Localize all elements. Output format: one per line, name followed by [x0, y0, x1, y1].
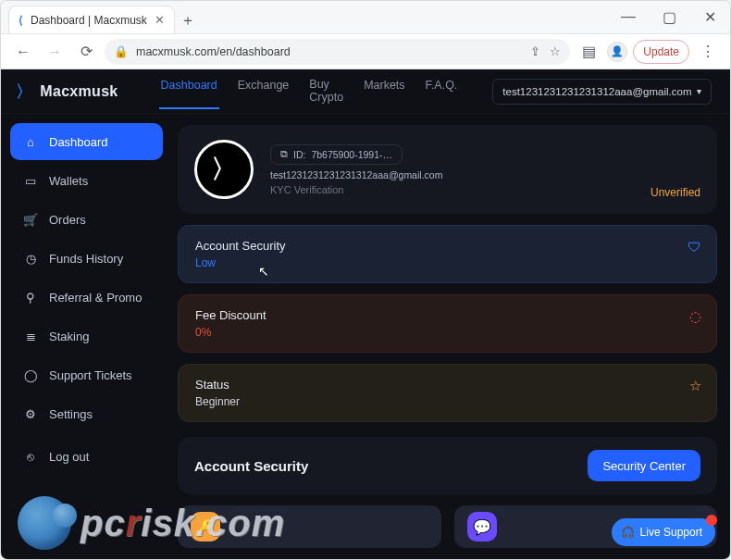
new-tab-button[interactable]: ＋	[175, 7, 201, 33]
window-maximize[interactable]: ▢	[649, 0, 689, 33]
browser-window: ⟨ Dashboard | Macxmusk ✕ ＋ — ▢ ✕ ← → ⟳ 🔒…	[0, 0, 731, 560]
update-button[interactable]: Update	[633, 40, 689, 64]
profile-card: 〉 ⧉ ID: 7b675900-1991-… test123123123123…	[178, 125, 717, 214]
id-label: ID:	[293, 149, 305, 160]
card-title: Account Security	[195, 239, 700, 253]
clock-icon: ◷	[23, 251, 38, 266]
support-label: Live Support	[640, 526, 702, 539]
app-viewport: 〉 Macxmusk Dashboard Exchange Buy Crypto…	[1, 69, 730, 559]
nav-faq[interactable]: F.A.Q.	[424, 73, 460, 110]
sidebar-item-support-tickets[interactable]: ◯ Support Tickets	[10, 356, 163, 393]
sidebar-item-label: Support Tickets	[49, 368, 132, 382]
discount-icon: ◌	[689, 308, 701, 325]
account-security-card[interactable]: Account Security Low 🛡	[178, 225, 717, 283]
copy-icon: ⧉	[280, 148, 288, 160]
lock-icon: 🔒	[114, 44, 129, 58]
nav-markets[interactable]: Markets	[362, 73, 406, 110]
brand-name: Macxmusk	[40, 83, 118, 100]
sidebar-item-label: Dashboard	[49, 135, 108, 149]
stack-icon: ≣	[23, 329, 38, 343]
sidebar-item-orders[interactable]: 🛒 Orders	[10, 201, 163, 238]
menu-icon[interactable]: ⋮	[695, 39, 721, 65]
chevron-down-icon: ▾	[697, 86, 701, 96]
sidebar-item-settings[interactable]: ⚙ Settings	[10, 395, 163, 432]
user-email: test1231231231231312aaa@gmail.com	[502, 86, 691, 97]
share-icon[interactable]: ⇪	[530, 44, 540, 58]
support-icon: ◯	[23, 367, 38, 382]
window-close[interactable]: ✕	[689, 0, 730, 33]
headset-icon: 🎧	[621, 526, 635, 539]
sidebar-item-staking[interactable]: ≣ Staking	[10, 317, 163, 355]
card-title: Fee Discount	[195, 308, 700, 322]
close-icon[interactable]: ✕	[155, 13, 165, 27]
gear-icon: ⚙	[23, 406, 38, 421]
url-text: macxmusk.com/en/dashboard	[136, 45, 291, 58]
browser-titlebar: ⟨ Dashboard | Macxmusk ✕ ＋ — ▢ ✕	[1, 1, 730, 34]
security-feature-1[interactable]: 🔑	[178, 505, 441, 548]
shield-icon: 🛡	[688, 239, 701, 255]
sidebar-item-label: Settings	[49, 407, 93, 421]
nav-buy-crypto[interactable]: Buy Crypto	[307, 73, 345, 110]
card-title: Status	[195, 378, 700, 392]
sidebar-item-wallets[interactable]: ▭ Wallets	[10, 162, 163, 199]
brand[interactable]: 〉 Macxmusk	[16, 81, 118, 103]
card-value: 0%	[195, 326, 700, 339]
bookmark-icon[interactable]: ☆	[550, 44, 561, 58]
sidebar-item-funds-history[interactable]: ◷ Funds History	[10, 240, 163, 277]
sidebar-item-label: Funds History	[49, 252, 123, 266]
gift-icon: ⚲	[23, 290, 38, 305]
top-nav: 〉 Macxmusk Dashboard Exchange Buy Crypto…	[1, 69, 730, 114]
sidebar-item-dashboard[interactable]: ⌂ Dashboard	[10, 123, 163, 160]
nav-exchange[interactable]: Exchange	[236, 73, 291, 110]
logout-icon: ⎋	[23, 449, 38, 464]
brand-logo-icon: 〉	[16, 81, 32, 103]
window-controls: — ▢ ✕	[608, 0, 730, 33]
window-minimize[interactable]: —	[608, 0, 649, 33]
section-heading: Account Security	[194, 458, 308, 474]
sidebar-item-label: Referral & Promo	[49, 291, 142, 305]
sidebar-item-label: Staking	[49, 330, 89, 343]
user-menu[interactable]: test1231231231231312aaa@gmail.com ▾	[492, 79, 712, 105]
account-security-panel: Account Security Security Center	[178, 437, 717, 494]
sidebar-item-label: Orders	[49, 213, 86, 227]
fee-discount-card[interactable]: Fee Discount 0% ◌	[178, 294, 717, 353]
avatar: 〉	[194, 140, 254, 199]
lock-icon: 🔑	[191, 512, 220, 541]
main-content: 〉 ⧉ ID: 7b675900-1991-… test123123123123…	[172, 114, 730, 559]
status-card[interactable]: Status Beginner ☆	[178, 364, 717, 422]
home-icon: ⌂	[23, 134, 38, 149]
sidebar-item-label: Log out	[49, 450, 89, 464]
reload-button[interactable]: ⟳	[73, 39, 99, 65]
nav-dashboard[interactable]: Dashboard	[159, 73, 219, 110]
sidebar-item-label: Wallets	[49, 174, 88, 188]
profile-email: test1231231231231312aaa@gmail.com	[270, 169, 442, 180]
id-value: 7b675900-1991-…	[311, 149, 392, 160]
security-center-button[interactable]: Security Center	[588, 450, 700, 481]
cart-icon: 🛒	[23, 212, 38, 227]
tab-title: Dashboard | Macxmusk	[31, 14, 147, 27]
extensions-icon[interactable]: ▤	[576, 39, 601, 65]
browser-toolbar: ← → ⟳ 🔒 macxmusk.com/en/dashboard ⇪ ☆ ▤ …	[1, 34, 730, 69]
sidebar: ⌂ Dashboard ▭ Wallets 🛒 Orders ◷ Funds H…	[1, 114, 172, 559]
favicon: ⟨	[19, 14, 23, 27]
verification-status: Unverified	[650, 186, 700, 199]
kyc-label[interactable]: KYC Verification	[270, 184, 442, 195]
wallet-icon: ▭	[23, 173, 38, 188]
chat-icon: 💬	[467, 512, 497, 541]
card-value: Low	[195, 256, 700, 269]
back-button[interactable]: ←	[10, 39, 36, 65]
profile-avatar-icon[interactable]: 👤	[607, 42, 627, 62]
live-support-button[interactable]: 🎧 Live Support	[612, 518, 715, 546]
nav-links: Dashboard Exchange Buy Crypto Markets F.…	[159, 73, 460, 110]
star-icon: ☆	[689, 378, 701, 394]
url-bar[interactable]: 🔒 macxmusk.com/en/dashboard ⇪ ☆	[105, 39, 570, 65]
browser-tab[interactable]: ⟨ Dashboard | Macxmusk ✕	[8, 6, 175, 33]
sidebar-item-logout[interactable]: ⎋ Log out	[10, 438, 163, 475]
card-value: Beginner	[195, 395, 700, 408]
id-chip[interactable]: ⧉ ID: 7b675900-1991-…	[270, 144, 403, 165]
sidebar-item-referral[interactable]: ⚲ Referral & Promo	[10, 279, 163, 316]
forward-button[interactable]: →	[42, 39, 68, 65]
